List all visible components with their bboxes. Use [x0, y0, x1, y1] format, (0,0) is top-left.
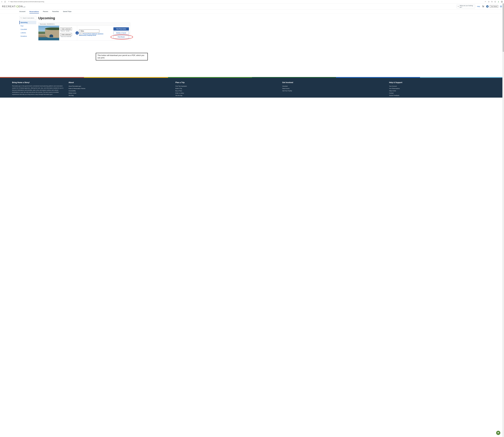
- favorites-list-icon[interactable]: [491, 1, 493, 3]
- footer-link[interactable]: About Recreation.gov: [69, 85, 171, 87]
- sidebar-search-placeholder: Search reservations: [23, 17, 34, 19]
- svg-rect-1: [495, 1, 496, 2]
- logo-part1: RECREAT: [2, 5, 16, 8]
- sidebar-item-cancelled[interactable]: Cancelled: [19, 28, 36, 31]
- footer-col-help: Help & Support Your Account Your Reserva…: [389, 81, 492, 97]
- reservation-sites: Sites Part of Pictured Rocks National La…: [77, 26, 112, 40]
- page-title: Upcoming: [38, 16, 483, 20]
- tent-icon: [76, 31, 79, 35]
- sidebar-item-donations[interactable]: Donations: [19, 34, 36, 38]
- help-link[interactable]: Help: [477, 6, 480, 7]
- user-avatar-icon[interactable]: [486, 5, 489, 8]
- svg-rect-0: [9, 1, 9, 2]
- print-permit-button[interactable]: Print Permit: [113, 35, 129, 39]
- address-bar[interactable]: https://www.recreation.gov/account/reser…: [8, 0, 483, 3]
- sidebar-item-upcoming[interactable]: Upcoming: [19, 21, 36, 24]
- footer-link[interactable]: Build a Trip: [175, 87, 278, 90]
- sidebar-item-lotteries[interactable]: Lotteries: [19, 31, 36, 34]
- profile-avatar-icon[interactable]: [501, 0, 503, 3]
- download-icon[interactable]: [498, 1, 499, 3]
- search-icon: [458, 6, 459, 7]
- reservation-image: [39, 26, 59, 40]
- logo-gov: .gov: [23, 6, 26, 8]
- logo-tree: I: [16, 5, 17, 8]
- logo[interactable]: RECREATION.gov: [2, 5, 25, 8]
- compass-icon: [17, 5, 19, 8]
- footer-link[interactable]: Add Your Facility: [282, 90, 385, 92]
- footer-link[interactable]: Enter a Lottery: [175, 92, 278, 94]
- permit-description: Part of Pictured Rocks National Lakeshor…: [79, 33, 110, 36]
- footer: Bring Home a Story! Recreation.gov is th…: [0, 78, 504, 98]
- footer-link[interactable]: Get the App: [175, 94, 278, 97]
- site-header: RECREATION.gov What are you looking for?…: [0, 3, 504, 10]
- url-text: https://www.recreation.gov/account/reser…: [10, 1, 44, 2]
- footer-link[interactable]: Contact: [389, 92, 492, 94]
- sidebar-search-input[interactable]: Search reservations: [19, 16, 36, 20]
- lock-icon: [8, 1, 10, 2]
- footer-stripe: [0, 77, 504, 78]
- footer-col-title: Plan a Trip: [175, 81, 278, 84]
- footer-link[interactable]: Buy a Pass: [175, 90, 278, 92]
- vertical-scrollbar[interactable]: [502, 3, 504, 98]
- svg-point-7: [21, 18, 21, 18]
- checkin-time: Check In: .:00 AM: [60, 30, 76, 32]
- tab-passes[interactable]: Passes: [43, 10, 48, 13]
- footer-link[interactable]: Help Center: [389, 90, 492, 92]
- footer-tagline-title: Bring Home a Story!: [12, 81, 65, 84]
- footer-col-involved: Get Involved Volunteer Data Access Add Y…: [282, 81, 385, 97]
- reservation-actions: View Reservation Modify or Cancel Print …: [112, 26, 130, 40]
- collections-icon[interactable]: [494, 1, 496, 3]
- tab-saved-trips[interactable]: Saved Trips: [63, 10, 71, 13]
- sidebar-item-past[interactable]: Past: [19, 24, 36, 28]
- search-icon: [20, 17, 22, 19]
- nav-tabs: Account Reservations Passes Favorites Sa…: [0, 10, 504, 13]
- sites-label: Sites: [79, 30, 99, 33]
- checkin-date-box: Date selected: [60, 28, 72, 30]
- checkout-time: Check Out: 00:00 AM: [60, 36, 76, 37]
- footer-link[interactable]: Find Trip Inspiration: [175, 85, 278, 87]
- footer-link[interactable]: Your Account: [389, 85, 492, 87]
- footer-col-about: About About Recreation.gov Rules & Reser…: [69, 81, 171, 97]
- checkout-date-box: Date selected: [60, 33, 72, 36]
- sidebar: Search reservations Upcoming Past Cancel…: [19, 16, 36, 60]
- svg-point-4: [483, 7, 483, 7]
- footer-col-plan: Plan a Trip Find Trip Inspiration Build …: [175, 81, 278, 97]
- browser-chrome: https://www.recreation.gov/account/reser…: [0, 0, 504, 3]
- reader-icon[interactable]: A⁺: [485, 1, 486, 3]
- callout-annotation: This button will download your permit as…: [96, 53, 148, 60]
- footer-link[interactable]: Volunteer: [282, 85, 385, 87]
- reservation-id: Reservation: 0528393323-1: [39, 23, 130, 26]
- tab-reservations[interactable]: Reservations: [30, 10, 39, 13]
- svg-point-5: [484, 7, 484, 7]
- footer-col-title: About: [69, 81, 171, 84]
- footer-col-title: Get Involved: [282, 81, 385, 84]
- star-favorite-icon[interactable]: [488, 1, 490, 3]
- back-icon[interactable]: [1, 1, 3, 3]
- logo-part2: ON: [19, 5, 23, 8]
- footer-link[interactable]: Accessibility: [69, 90, 171, 92]
- reload-icon[interactable]: [4, 1, 6, 3]
- reservation-dates: Date selected Check In: .:00 AM Date sel…: [59, 26, 77, 40]
- footer-col-title: Help & Support: [389, 81, 492, 84]
- svg-point-6: [487, 6, 488, 6]
- footer-link[interactable]: Your Reservations: [389, 87, 492, 90]
- svg-point-2: [502, 1, 502, 2]
- view-reservation-button[interactable]: View Reservation: [113, 27, 129, 30]
- svg-point-3: [458, 6, 458, 7]
- footer-tagline-text: Recreation.gov is the government's centr…: [12, 85, 65, 96]
- search-placeholder: What are you looking for?: [460, 5, 474, 8]
- hamburger-menu-icon[interactable]: [500, 6, 502, 7]
- footer-link[interactable]: Rules & Reservation Policies: [69, 87, 171, 90]
- tab-favorites[interactable]: Favorites: [52, 10, 59, 13]
- modify-cancel-button[interactable]: Modify or Cancel: [113, 31, 129, 35]
- site-search-input[interactable]: What are you looking for?: [456, 5, 475, 8]
- footer-link[interactable]: Data Access: [282, 87, 385, 90]
- footer-link[interactable]: Media Center: [69, 92, 171, 94]
- footer-link[interactable]: Site Map: [69, 94, 171, 97]
- cart-icon[interactable]: [482, 5, 484, 8]
- reservation-card: Reservation: 0528393323-1 Date selected …: [38, 22, 130, 40]
- your-name-label: Your Name: [490, 5, 498, 8]
- footer-link[interactable]: Submit Feedback: [389, 94, 492, 97]
- tab-account[interactable]: Account: [19, 10, 25, 13]
